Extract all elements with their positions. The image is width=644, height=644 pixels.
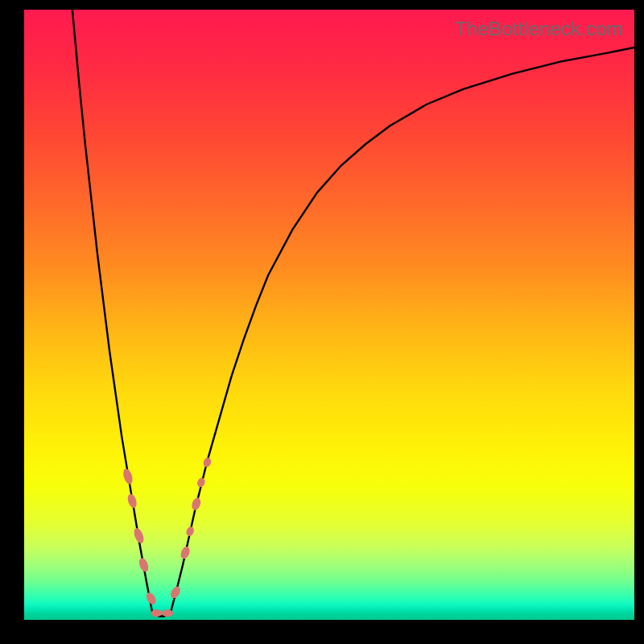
curve-marker (196, 477, 207, 488)
curve-marker (162, 609, 173, 617)
curve-marker (126, 493, 138, 509)
curve-marker (190, 497, 202, 511)
curve-marker (144, 591, 158, 606)
plot-area: TheBottleneck.com (24, 10, 634, 620)
curve-marker (132, 526, 146, 544)
curve-marker (138, 557, 151, 573)
curve-marker (169, 584, 183, 600)
chart-frame: TheBottleneck.com (0, 0, 644, 644)
curve-markers (122, 456, 213, 617)
curve-marker (202, 456, 213, 468)
curve-marker (151, 609, 162, 617)
curve-marker (122, 468, 134, 485)
bottleneck-curve (72, 10, 634, 616)
curve-path (72, 10, 634, 616)
curve-svg (24, 10, 634, 620)
curve-marker (185, 526, 196, 537)
curve-marker (179, 545, 191, 560)
